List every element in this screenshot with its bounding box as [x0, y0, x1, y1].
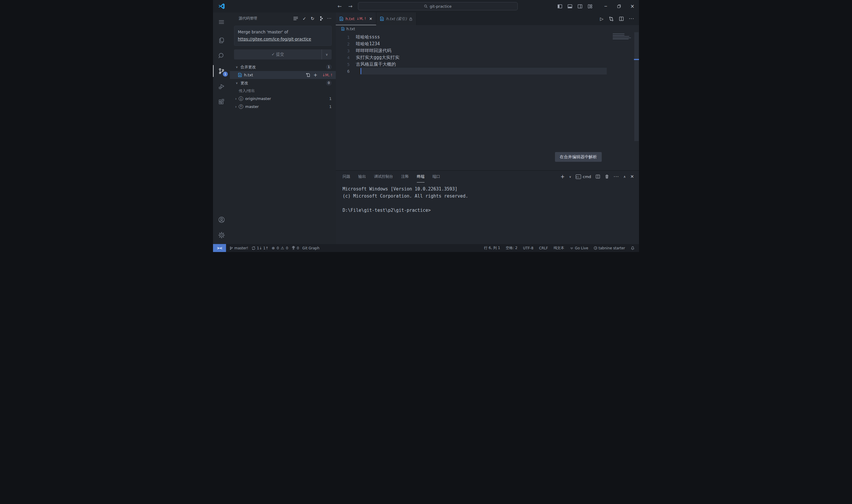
notifications-item[interactable] — [631, 246, 635, 250]
tab-htxt[interactable]: h.txt ↓M, ! ✕ — [336, 13, 376, 25]
warnings-count: 0 — [286, 246, 288, 250]
commit-button[interactable]: ✓ 提交 ∨ — [234, 49, 332, 59]
new-terminal-icon[interactable]: + — [560, 174, 564, 180]
close-tab-icon[interactable]: ✕ — [369, 17, 373, 21]
command-center-search[interactable]: git-practice — [358, 2, 518, 10]
incoming-commits-icon: ↓ — [239, 96, 243, 101]
merge-changes-label: 合并更改 — [240, 65, 256, 70]
changes-badge: 0 — [326, 80, 332, 86]
toggle-panel-icon[interactable] — [567, 4, 573, 9]
close-window-button[interactable]: × — [626, 0, 639, 13]
tab-terminal[interactable]: 终端 — [417, 171, 424, 182]
tab-debug-console[interactable]: 调试控制台 — [374, 171, 393, 182]
search-icon — [218, 52, 225, 59]
split-terminal-icon[interactable] — [596, 174, 600, 179]
tab-htxt-index[interactable]: h.txt (索引) — [376, 13, 417, 25]
back-arrow-icon[interactable]: ← — [338, 3, 342, 9]
compare-changes-icon[interactable] — [609, 16, 614, 22]
text-editor[interactable]: 1哇哈哈ssss 2哇哈哈1234 3咩咩咩咩回滚代码 4实打实大ggg大实打实… — [336, 32, 639, 170]
commit-check-icon[interactable]: ✓ — [302, 16, 306, 21]
cursor-position-item[interactable]: 行 6, 列 1 — [484, 246, 500, 251]
sync-status-item[interactable]: 1↓ 1↑ — [252, 246, 268, 250]
scrollbar-thumb[interactable] — [634, 32, 639, 141]
stage-changes-icon[interactable]: + — [313, 72, 317, 78]
terminal-dropdown-icon[interactable]: ∨ — [569, 175, 571, 178]
line-number: 4 — [336, 55, 356, 60]
refresh-icon[interactable]: ↻ — [311, 16, 314, 21]
language-mode-item[interactable]: 纯文本 — [554, 246, 564, 251]
go-live-item[interactable]: Go Live — [570, 246, 588, 250]
panel-more-actions-icon[interactable]: ··· — [614, 174, 619, 180]
eol-item[interactable]: CRLF — [539, 246, 548, 250]
tab-label: h.txt — [346, 17, 355, 21]
file-git-status: ↓M, ! — [322, 73, 332, 77]
line-number: 3 — [336, 49, 356, 53]
extensions-view-button[interactable] — [213, 94, 230, 109]
origin-master-row[interactable]: › ↓ origin/master 1 — [230, 95, 336, 103]
editor-scrollbar[interactable] — [634, 32, 639, 170]
tabnine-item[interactable]: tabnine starter — [594, 246, 625, 250]
minimap[interactable] — [613, 33, 634, 40]
local-branch-name: master — [245, 104, 259, 109]
commit-graph-icon[interactable] — [319, 16, 323, 21]
language-mode: 纯文本 — [554, 246, 564, 251]
toggle-secondary-sidebar-icon[interactable] — [578, 4, 582, 9]
split-editor-icon[interactable] — [619, 16, 624, 21]
close-panel-icon[interactable]: ✕ — [630, 174, 634, 179]
view-sort-icon[interactable] — [293, 17, 298, 20]
resolve-in-merge-editor-button[interactable]: 在合并编辑器中解析 — [555, 152, 602, 162]
problems-status-item[interactable]: ⊗0 ⚠0 — [272, 246, 288, 250]
indentation: 空格: 2 — [506, 246, 518, 251]
accounts-button[interactable] — [213, 212, 230, 228]
terminal-output[interactable]: Microsoft Windows [Version 10.0.22631.35… — [336, 182, 639, 244]
indentation-item[interactable]: 空格: 2 — [506, 246, 518, 251]
branch-status-item[interactable]: master! — [229, 246, 248, 250]
open-file-icon[interactable] — [306, 73, 310, 77]
origin-branch-badge: 1 — [329, 96, 332, 101]
ports-status-item[interactable]: 0 — [291, 246, 299, 250]
restore-icon — [617, 4, 621, 8]
line-number: 5 — [336, 62, 356, 67]
menu-button[interactable] — [213, 14, 230, 30]
terminal-line — [343, 200, 639, 207]
window-controls-group: ─ × — [557, 0, 639, 13]
file-row-htxt[interactable]: h.txt + ↓M, ! — [230, 71, 336, 79]
run-file-icon[interactable]: ▷ — [600, 16, 603, 22]
kill-terminal-icon[interactable] — [605, 174, 609, 179]
hamburger-menu-icon — [219, 20, 224, 24]
toggle-sidebar-icon[interactable] — [557, 4, 562, 9]
code-line: 3咩咩咩咩回滚代码 — [336, 47, 639, 54]
restore-button[interactable] — [612, 0, 626, 13]
commit-dropdown-button[interactable]: ∨ — [322, 49, 332, 59]
run-debug-icon — [218, 83, 225, 90]
tab-ports[interactable]: 端口 — [433, 171, 440, 182]
code-line: 1哇哈哈ssss — [336, 34, 639, 40]
breadcrumb[interactable]: h.txt — [336, 25, 639, 32]
settings-button[interactable] — [213, 228, 230, 243]
master-row[interactable]: › ↑ master 1 — [230, 103, 336, 111]
tab-problems[interactable]: 问题 — [343, 171, 350, 182]
cursor-position: 行 6, 列 1 — [484, 246, 500, 251]
more-actions-icon[interactable]: ··· — [629, 16, 634, 22]
search-view-button[interactable] — [213, 48, 230, 63]
encoding-item[interactable]: UTF-8 — [523, 246, 533, 250]
source-control-view-button[interactable]: 1 — [213, 63, 230, 79]
merge-changes-section[interactable]: ∨ 合并更改 1 — [230, 63, 336, 71]
git-graph-status-item[interactable]: Git Graph — [302, 246, 320, 250]
cmd-terminal-icon: C:\ — [576, 175, 581, 179]
source-control-sidebar: 源代码管理 ✓ ↻ ··· Merge branch 'master' of h… — [230, 13, 336, 244]
tab-output[interactable]: 输出 — [358, 171, 366, 182]
terminal-line: (c) Microsoft Corporation. All rights re… — [343, 193, 639, 200]
remote-indicator[interactable]: >< — [213, 244, 226, 252]
more-actions-icon[interactable]: ··· — [327, 16, 332, 21]
run-debug-view-button[interactable] — [213, 79, 230, 94]
maximize-panel-icon[interactable]: ∧ — [623, 175, 626, 179]
explorer-view-button[interactable] — [213, 33, 230, 48]
forward-arrow-icon[interactable]: → — [348, 3, 352, 9]
terminal-profile-item[interactable]: C:\ cmd — [576, 175, 591, 179]
minimize-button[interactable]: ─ — [599, 0, 612, 13]
changes-section[interactable]: ∨ 更改 0 — [230, 79, 336, 87]
tab-comments[interactable]: 注释 — [401, 171, 409, 182]
commit-message-input[interactable]: Merge branch 'master' of https://gitee.c… — [234, 26, 332, 46]
customize-layout-icon[interactable] — [587, 4, 593, 9]
